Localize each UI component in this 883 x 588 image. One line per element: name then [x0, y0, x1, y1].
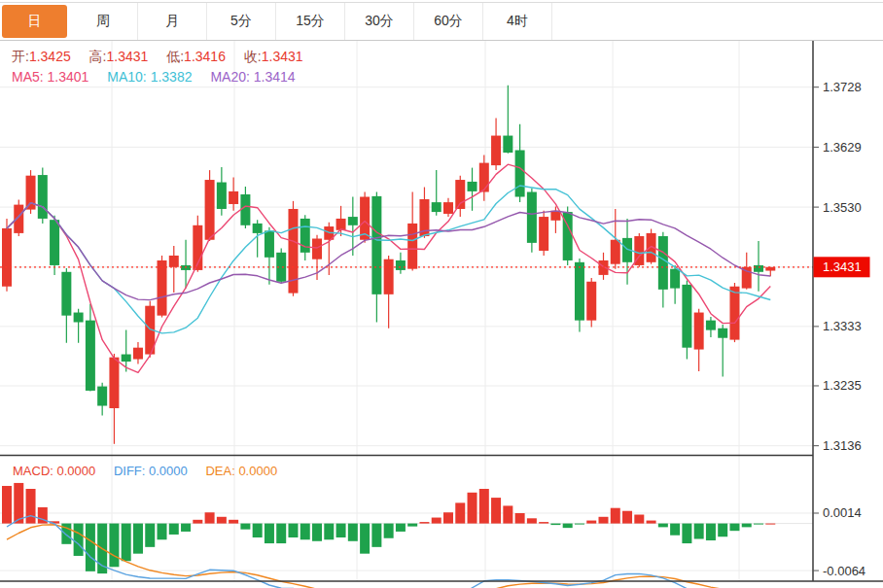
- candle-body-up: [229, 191, 238, 204]
- low-value: 1.3416: [184, 49, 226, 64]
- macd-bar-negative: [145, 524, 155, 547]
- candle-body-down: [122, 355, 131, 362]
- macd-bar-positive: [443, 512, 453, 523]
- macd-bar-negative: [658, 524, 668, 528]
- candle-body-up: [694, 313, 704, 350]
- macd-bar-negative: [86, 524, 95, 571]
- macd-bar-positive: [468, 493, 477, 524]
- candle-body-down: [706, 321, 716, 330]
- price-axis-label: 1.3629: [823, 140, 862, 155]
- candle-body-down: [217, 183, 227, 209]
- open-value: 1.3425: [29, 49, 71, 64]
- ma-readout: MA5: 1.3401 MA10: 1.3382 MA20: 1.3414: [12, 69, 310, 85]
- macd-bar-positive: [229, 520, 238, 524]
- candle-body-down: [527, 192, 537, 243]
- macd-bar-negative: [288, 524, 298, 537]
- macd-bar-positive: [479, 489, 489, 524]
- macd-bar-negative: [265, 524, 274, 543]
- candle-body-up: [169, 256, 179, 267]
- macd-bar-negative: [276, 524, 286, 543]
- macd-value: 0.0000: [57, 464, 96, 478]
- ohlc-readout: 开:1.3425 高:1.3431 低:1.3416 收:1.3431: [12, 49, 318, 66]
- trading-chart-app: 日 周 月 5分 15分 30分 60分 4时 1.37281.36291.35…: [0, 0, 883, 588]
- macd-bar-negative: [336, 524, 346, 537]
- macd-bar-positive: [634, 515, 644, 524]
- macd-bar-negative: [396, 524, 406, 532]
- close-value: 1.3431: [262, 49, 303, 64]
- macd-bar-negative: [169, 524, 179, 535]
- macd-bar-positive: [419, 522, 429, 524]
- macd-bar-negative: [729, 524, 739, 532]
- macd-bar-negative: [706, 524, 716, 540]
- macd-bar-negative: [312, 524, 322, 541]
- macd-bar-negative: [384, 524, 394, 538]
- candle-body-up: [384, 259, 394, 294]
- ma20-value: 1.3414: [254, 69, 296, 85]
- open-label: 开:: [12, 49, 29, 64]
- macd-bar-positive: [622, 511, 632, 524]
- candle-body-down: [265, 230, 274, 257]
- candle-body-up: [14, 205, 23, 233]
- candle-body-up: [539, 217, 548, 251]
- macd-bar-positive: [26, 489, 36, 524]
- macd-bar-negative: [754, 524, 763, 525]
- candle-body-down: [658, 236, 668, 290]
- macd-axis-label: -0.0064: [823, 564, 865, 578]
- macd-bar-negative: [742, 524, 752, 528]
- diff-label: DIFF:: [114, 464, 146, 478]
- candle-body-down: [754, 265, 763, 272]
- macd-bar-negative: [133, 524, 143, 554]
- macd-bar-negative: [718, 524, 727, 537]
- ma5-value: 1.3401: [48, 69, 89, 85]
- macd-bar-positive: [503, 505, 512, 523]
- candle-body-down: [718, 329, 727, 338]
- candle-body-down: [253, 224, 263, 233]
- candle-body-up: [158, 260, 167, 316]
- macd-bar-positive: [2, 486, 12, 524]
- price-axis-label: 1.3333: [823, 319, 862, 333]
- candle-body-down: [503, 136, 512, 153]
- macd-bar-negative: [694, 524, 704, 539]
- macd-bar-positive: [432, 518, 442, 524]
- dea-value: 0.0000: [238, 464, 277, 478]
- candle-body-down: [515, 151, 525, 197]
- candle-body-up: [407, 224, 417, 269]
- dea-label: DEA:: [205, 464, 234, 478]
- macd-bar-negative: [240, 524, 250, 530]
- macd-bar-positive: [515, 513, 525, 524]
- ma10-label: MA10:: [107, 69, 146, 85]
- macd-bar-positive: [527, 518, 537, 523]
- candle-body-up: [443, 202, 453, 214]
- chart-canvas[interactable]: 1.37281.36291.35301.33331.32351.31360.00…: [0, 0, 883, 588]
- candle-body-down: [50, 220, 59, 265]
- macd-bar-negative: [324, 524, 334, 540]
- ma10-value: 1.3382: [151, 69, 193, 85]
- candle-body-down: [240, 194, 250, 225]
- ma5-label: MA5:: [12, 69, 44, 85]
- macd-axis-label: 0.0014: [823, 505, 862, 520]
- macd-bar-positive: [765, 524, 775, 525]
- macd-bar-negative: [109, 524, 119, 568]
- price-axis-label: 1.3235: [823, 378, 862, 393]
- macd-bar-positive: [217, 517, 227, 524]
- candle-body-down: [97, 387, 107, 406]
- macd-bar-positive: [193, 520, 202, 524]
- macd-bar-negative: [550, 524, 560, 526]
- macd-bar-negative: [300, 524, 310, 540]
- candle-body-down: [38, 175, 48, 219]
- candle-body-down: [86, 321, 95, 391]
- macd-bar-negative: [670, 524, 680, 536]
- candle-body-up: [550, 211, 560, 221]
- candle-body-down: [468, 182, 477, 191]
- candle-body-up: [586, 282, 596, 321]
- candle-body-up: [729, 287, 739, 340]
- price-axis-label: 1.3530: [823, 200, 862, 215]
- candle-body-down: [348, 217, 358, 225]
- price-axis-label: 1.3728: [823, 80, 862, 94]
- low-label: 低:: [166, 49, 184, 64]
- macd-bar-negative: [682, 524, 691, 543]
- candle-body-up: [742, 267, 752, 289]
- diff-value: 0.0000: [149, 464, 188, 478]
- ma20-label: MA20:: [210, 69, 249, 85]
- price-axis-label: 1.3136: [823, 438, 862, 453]
